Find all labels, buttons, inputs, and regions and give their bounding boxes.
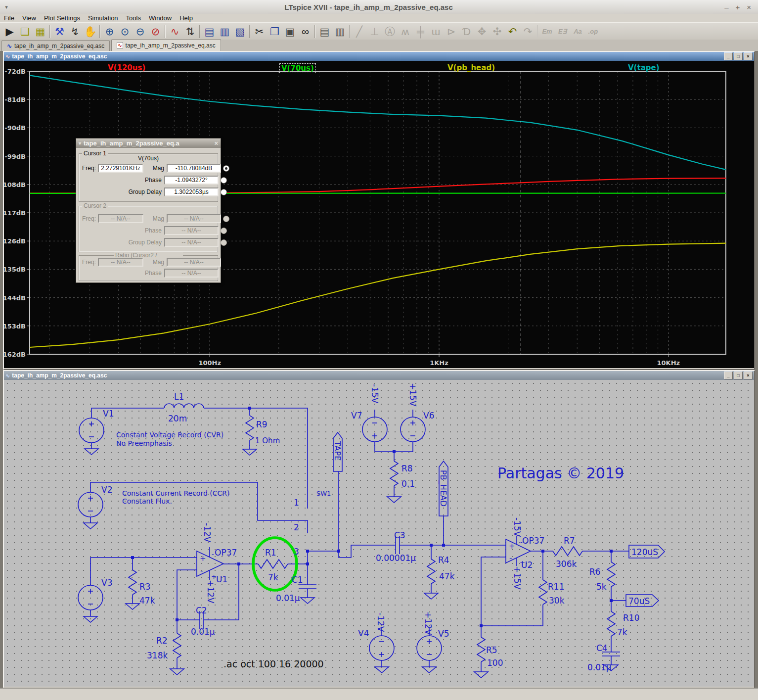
schematic-label[interactable]: TAPE <box>333 441 342 461</box>
schematic-label[interactable]: C1 <box>292 575 303 585</box>
run-simulation-icon[interactable]: ↯ <box>67 24 83 39</box>
schematic-label[interactable]: R8 <box>401 464 413 473</box>
pane-minimize-button[interactable]: _ <box>724 372 733 379</box>
find-icon[interactable]: ∞ <box>298 24 313 39</box>
tab-schematic[interactable]: ∿ tape_ih_amp_m_2passive_eq.asc <box>1 40 110 51</box>
plot-settings-icon[interactable]: ⇅ <box>182 24 198 39</box>
resistor-symbol[interactable] <box>129 570 136 595</box>
cursor1-freq-field[interactable]: 2.2729101KHz <box>98 164 143 173</box>
ground-symbol[interactable] <box>474 672 488 678</box>
schematic-label[interactable]: 0.01µ <box>276 593 300 603</box>
schematic-label[interactable]: OP37 <box>522 536 544 546</box>
dialog-close-icon[interactable]: × <box>214 140 218 147</box>
schematic-label[interactable]: 5k <box>596 582 607 592</box>
menu-plot-settings[interactable]: Plot Settings <box>40 14 84 22</box>
schematic-label[interactable]: 100 <box>487 658 503 668</box>
schematic-label[interactable]: - <box>212 550 214 558</box>
ground-symbol[interactable] <box>301 598 314 604</box>
schematic-label[interactable]: V3 <box>101 578 112 588</box>
schematic-drawing[interactable]: V1L120mConstant Voltage Record (CVR)No P… <box>4 380 754 687</box>
copy-icon[interactable]: ❐ <box>267 24 282 39</box>
tile-horizontally-icon[interactable]: ▤ <box>202 24 217 39</box>
zoom-out-icon[interactable]: ⊖ <box>133 24 148 39</box>
cascade-windows-icon[interactable]: ▧ <box>232 24 248 39</box>
resistor-symbol[interactable] <box>390 461 398 486</box>
new-schematic-icon[interactable]: ▶ <box>2 24 17 39</box>
undo-icon[interactable]: ↶ <box>505 24 520 39</box>
schematic-label[interactable]: + <box>509 542 515 551</box>
schematic-label[interactable]: 318k <box>147 651 168 660</box>
inductor-symbol[interactable] <box>164 404 204 408</box>
ground-symbol[interactable] <box>84 616 97 622</box>
schematic-label[interactable]: R4 <box>438 555 449 565</box>
schematic-label[interactable]: -15V <box>512 517 522 537</box>
menu-file[interactable]: File <box>0 14 18 22</box>
schematic-label[interactable]: V5 <box>438 629 449 639</box>
cut-icon[interactable]: ✂ <box>252 24 267 39</box>
menu-window[interactable]: Window <box>145 14 176 22</box>
cursor1-phase-radio[interactable] <box>221 177 227 184</box>
schematic-label[interactable]: 1 <box>294 498 299 508</box>
ground-symbol[interactable] <box>243 449 257 455</box>
ground-symbol[interactable] <box>84 523 97 529</box>
tile-vertically-icon[interactable]: ▥ <box>217 24 232 39</box>
schematic-label[interactable]: SW1 <box>316 490 331 497</box>
zoom-full-extents-icon[interactable]: ⊘ <box>148 24 163 39</box>
dialog-menu-icon[interactable]: ▾ <box>79 140 81 146</box>
schematic-label[interactable]: +12V <box>206 580 216 604</box>
wire[interactable] <box>481 605 543 626</box>
wire[interactable] <box>481 557 506 626</box>
schematic-label[interactable]: 0.00001µ <box>376 553 416 563</box>
ground-symbol[interactable] <box>375 667 389 673</box>
schematic-label[interactable]: +15V <box>512 566 522 590</box>
schematic-label[interactable]: 0.1 <box>401 479 415 489</box>
schematic-label[interactable]: V4 <box>358 628 369 638</box>
ground-symbol[interactable] <box>424 593 438 599</box>
resistor-symbol[interactable] <box>553 547 582 556</box>
schematic-label[interactable]: - <box>509 554 512 562</box>
schematic-label[interactable]: 7k <box>617 627 627 637</box>
resistor-symbol[interactable] <box>607 611 615 636</box>
schematic-label[interactable]: 1 Ohm <box>255 436 280 445</box>
schematic-label[interactable]: -12V <box>376 612 386 632</box>
schematic-label[interactable]: L1 <box>174 392 184 402</box>
resistor-symbol[interactable] <box>246 416 254 440</box>
schematic-label[interactable]: 2 <box>294 522 299 532</box>
resistor-symbol[interactable] <box>607 562 615 587</box>
ground-symbol[interactable] <box>387 497 401 503</box>
schematic-label[interactable]: C3 <box>394 530 405 540</box>
schematic-label[interactable]: Partagas © 2019 <box>497 465 624 482</box>
resistor-symbol[interactable] <box>477 637 485 662</box>
schematic-label[interactable]: 20m <box>168 414 187 423</box>
menu-view[interactable]: View <box>18 14 40 22</box>
schematic-label[interactable]: R9 <box>256 420 268 429</box>
close-button[interactable]: × <box>747 3 751 11</box>
schematic-label[interactable]: - <box>200 566 203 575</box>
cursor1-group-delay-radio[interactable] <box>221 189 227 195</box>
print-icon[interactable]: ▤ <box>317 24 332 39</box>
cursor-dialog-titlebar[interactable]: ▾ tape_ih_amp_m_2passive_eq.a × <box>76 139 221 148</box>
schematic-label[interactable]: 47k <box>439 571 455 581</box>
paste-icon[interactable]: ▣ <box>282 24 298 39</box>
print-preview-icon[interactable]: ▥ <box>332 24 348 39</box>
tab-waveform[interactable]: ∿ tape_ih_amp_m_2passive_eq.asc <box>111 39 221 51</box>
cursor2-mag-radio[interactable] <box>223 216 229 222</box>
trace-label-V(tape)[interactable]: V(tape) <box>628 63 660 72</box>
schematic-label[interactable]: R6 <box>589 567 601 577</box>
cursor1-phase-field[interactable]: -1.0943272° <box>164 176 219 185</box>
schematic-label[interactable]: 120uS <box>631 547 658 557</box>
schematic-label[interactable]: + <box>211 573 217 580</box>
schematic-label[interactable]: + <box>200 554 206 563</box>
schematic-label[interactable]: Constant Current Record (CCR) <box>122 489 229 497</box>
pane-close-button[interactable]: × <box>744 372 753 379</box>
menu-tools[interactable]: Tools <box>122 14 145 22</box>
schematic-label[interactable]: 0.01µ <box>191 627 215 637</box>
trace-label-V(120us)[interactable]: V(120us) <box>108 63 145 72</box>
schematic-label[interactable]: V6 <box>423 411 434 420</box>
schematic-label[interactable]: Constant Voltage Record (CVR) <box>116 431 223 439</box>
waveform-plot-area[interactable]: -72dB-81dB-90dB-99dB-108dB-117dB-126dB-1… <box>4 61 754 368</box>
schematic-label[interactable]: U1 <box>216 574 227 584</box>
schematic-label[interactable]: C2 <box>196 606 207 615</box>
schematic-label[interactable]: -12V <box>202 523 212 543</box>
schematic-label[interactable]: 306k <box>556 559 577 569</box>
